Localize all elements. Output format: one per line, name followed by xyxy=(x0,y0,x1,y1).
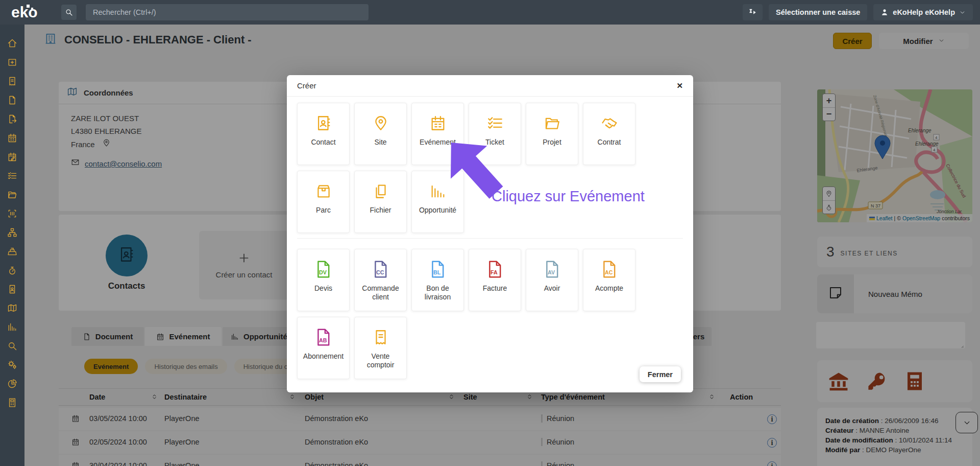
create-card-facture[interactable]: FAFacture xyxy=(469,249,521,311)
sidebar-item-calendaredit[interactable] xyxy=(3,147,21,166)
sidebar-item-gears[interactable] xyxy=(3,355,21,374)
sidebar-item-badge[interactable] xyxy=(3,279,21,298)
card-label: Parc xyxy=(314,206,333,215)
create-card-site[interactable]: Site xyxy=(354,103,407,165)
top-bar: eko Sélectionner une caisse eKoHelp eKoH… xyxy=(0,0,980,25)
document-AV-icon: AV xyxy=(545,260,559,279)
oppbars-icon xyxy=(429,181,447,201)
document-cards-grid: DVDevis CCCommande client BLBon de livra… xyxy=(287,243,693,380)
copy-icon xyxy=(372,181,389,201)
create-card-vente-comptoir[interactable]: Vente comptoir xyxy=(354,317,407,379)
fermer-button[interactable]: Fermer xyxy=(640,366,681,382)
create-modal: Créer ✕ ContactSiteEvénementTicketProjet… xyxy=(287,75,693,392)
close-icon[interactable]: ✕ xyxy=(676,81,683,90)
create-card-contrat[interactable]: Contrat xyxy=(583,103,635,165)
folderopen-icon xyxy=(544,113,561,133)
sidebar-item-stopwatch[interactable] xyxy=(3,261,21,279)
card-label: Contrat xyxy=(596,138,623,147)
card-label: Fichier xyxy=(368,206,393,215)
card-label: Site xyxy=(372,138,388,147)
document-FA-icon: FA xyxy=(488,260,502,279)
svg-text:AV: AV xyxy=(548,269,555,275)
card-label: Vente comptoir xyxy=(355,352,406,369)
handshake-icon xyxy=(601,113,618,133)
modal-title: Créer xyxy=(297,81,316,90)
svg-text:DV: DV xyxy=(319,269,327,275)
create-card-acompte[interactable]: ACAcompte xyxy=(583,249,635,311)
sidebar-item-pie[interactable] xyxy=(3,374,21,393)
card-label: Abonnement xyxy=(301,352,346,361)
search-icon xyxy=(65,8,73,16)
create-card-contact[interactable]: Contact xyxy=(297,103,350,165)
card-label: Opportunité xyxy=(417,206,458,215)
sidebar-item-checklist[interactable] xyxy=(3,166,21,185)
create-card-projet[interactable]: Projet xyxy=(526,103,578,165)
chevron-down-icon xyxy=(959,9,966,16)
checklist-icon xyxy=(486,113,504,133)
contactbook-icon xyxy=(315,113,332,133)
create-card-parc[interactable]: Parc xyxy=(297,171,350,233)
svg-text:FA: FA xyxy=(491,269,498,275)
sidebar-item-cardplus[interactable] xyxy=(3,53,21,72)
caisse-session-button[interactable] xyxy=(743,4,763,20)
card-label: Acompte xyxy=(593,284,625,293)
divider xyxy=(297,238,683,239)
sidebar-item-calc[interactable] xyxy=(3,393,21,412)
select-caisse-label: Sélectionner une caisse xyxy=(776,8,860,16)
sidebar-item-receipt[interactable] xyxy=(3,72,21,90)
sidebar-item-register[interactable] xyxy=(3,242,21,261)
document-DV-icon: DV xyxy=(316,260,330,279)
svg-text:BL: BL xyxy=(433,269,441,275)
calendar-icon xyxy=(429,113,447,133)
create-card-fichier[interactable]: Fichier xyxy=(354,171,407,233)
document-CC-icon: CC xyxy=(374,260,387,279)
create-card-avoir[interactable]: AVAvoir xyxy=(526,249,578,311)
sidebar-item-file[interactable] xyxy=(3,90,21,109)
sidebar-item-sitemap[interactable] xyxy=(3,223,21,242)
search-input[interactable] xyxy=(86,4,369,20)
svg-text:AB: AB xyxy=(319,337,327,343)
card-label: Bon de livraison xyxy=(412,284,463,301)
document-AB-icon: AB xyxy=(316,328,330,347)
card-label: Projet xyxy=(541,138,564,147)
side-nav xyxy=(0,25,24,466)
user-icon xyxy=(880,8,889,16)
card-label: Avoir xyxy=(542,284,562,293)
card-label: Commande client xyxy=(355,284,406,301)
receipt-icon xyxy=(372,328,389,347)
create-card-bon-de-livraison[interactable]: BLBon de livraison xyxy=(411,249,464,311)
sidebar-item-home[interactable] xyxy=(3,34,21,53)
create-card-commande-client[interactable]: CCCommande client xyxy=(354,249,407,311)
sidebar-item-calendar[interactable] xyxy=(3,128,21,147)
tutorial-caption: Cliquez sur Evénement xyxy=(492,188,645,205)
card-label: Facture xyxy=(481,284,509,293)
search-button[interactable] xyxy=(61,5,77,20)
logo-text: eko xyxy=(11,4,38,20)
document-AC-icon: AC xyxy=(602,260,616,279)
select-caisse-button[interactable]: Sélectionner une caisse xyxy=(769,4,867,20)
svg-text:CC: CC xyxy=(376,269,384,275)
create-card-devis[interactable]: DVDevis xyxy=(297,249,350,311)
card-label: Devis xyxy=(312,284,334,293)
sidebar-item-bars[interactable] xyxy=(3,317,21,336)
sidebar-item-scan[interactable] xyxy=(3,204,21,223)
user-menu-button[interactable]: eKoHelp eKoHelp xyxy=(873,4,973,20)
eko-logo[interactable]: eko xyxy=(11,4,47,21)
svg-text:AC: AC xyxy=(605,269,613,275)
sidebar-item-folderopen[interactable] xyxy=(3,185,21,204)
user-name: eKoHelp eKoHelp xyxy=(893,8,955,16)
card-label: Contact xyxy=(309,138,337,147)
sidebar-item-fileexport[interactable] xyxy=(3,109,21,128)
pin-icon xyxy=(372,113,389,133)
document-BL-icon: BL xyxy=(431,260,445,279)
hourglass-play-icon xyxy=(748,8,757,17)
create-card-abonnement[interactable]: ABAbonnement xyxy=(297,317,350,379)
sidebar-item-mapicon[interactable] xyxy=(3,298,21,317)
box-icon xyxy=(315,181,332,201)
sidebar-item-searchicon[interactable] xyxy=(3,336,21,355)
